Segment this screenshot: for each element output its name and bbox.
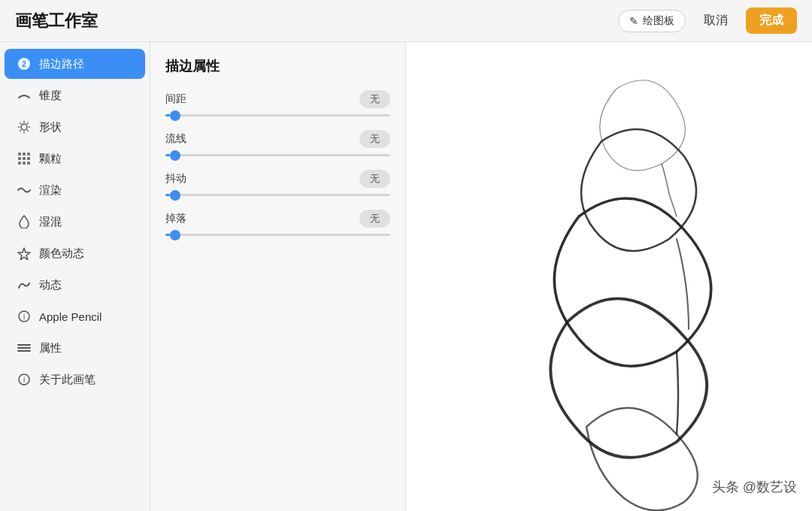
slider-track-jitter[interactable] [165, 194, 390, 196]
sidebar-icon-about: i [17, 372, 32, 387]
sidebar-item-stroke-path[interactable]: 2描边路径 [5, 49, 145, 79]
sidebar-icon-color-dynamics [17, 246, 32, 261]
slider-track-fall-off[interactable] [165, 234, 390, 236]
slider-track-spacing[interactable] [165, 114, 390, 116]
svg-rect-4 [23, 153, 26, 156]
top-bar-right: ✎ 绘图板 取消 完成 [618, 8, 797, 34]
attr-row-jitter: 抖动无 [165, 170, 390, 196]
sidebar: 2描边路径锥度形状颗粒渲染湿混颜色动态动态iApple Pencil属性i关于此… [0, 42, 150, 511]
sidebar-label-taper: 锥度 [39, 89, 62, 103]
sidebar-icon-apple-pencil: i [17, 309, 32, 324]
attr-row-fall-off: 掉落无 [165, 210, 390, 236]
sidebar-label-render: 渲染 [39, 183, 62, 198]
svg-text:i: i [23, 376, 25, 384]
svg-point-2 [21, 124, 27, 130]
sidebar-label-about: 关于此画笔 [39, 373, 95, 387]
svg-rect-5 [27, 153, 30, 156]
sidebar-icon-taper [17, 88, 32, 103]
middle-panel: 描边属性 间距无流线无抖动无掉落无 [150, 42, 406, 511]
sidebar-icon-wet-mix [17, 214, 32, 229]
svg-rect-7 [23, 157, 26, 160]
sidebar-icon-shape [17, 119, 32, 135]
svg-text:2: 2 [22, 60, 26, 68]
sidebar-label-properties: 属性 [39, 341, 62, 355]
slider-thumb-fall-off[interactable] [170, 230, 180, 240]
slider-thumb-streamline[interactable] [170, 150, 180, 161]
sidebar-item-taper[interactable]: 锥度 [5, 80, 145, 110]
sidebar-item-color-dynamics[interactable]: 颜色动态 [5, 238, 145, 268]
done-button[interactable]: 完成 [746, 8, 797, 34]
svg-rect-9 [18, 162, 21, 165]
attr-label-streamline: 流线 [165, 132, 186, 146]
top-bar: 画笔工作室 ✎ 绘图板 取消 完成 [0, 0, 812, 42]
sidebar-label-stroke-path: 描边路径 [39, 57, 84, 71]
canvas-svg [406, 42, 812, 511]
svg-rect-8 [27, 157, 30, 160]
attr-value-jitter: 无 [359, 170, 390, 188]
sidebar-label-grain: 颗粒 [39, 152, 62, 166]
watermark: 头条 @数艺设 [712, 478, 797, 496]
attr-value-streamline: 无 [359, 130, 390, 148]
attr-label-jitter: 抖动 [165, 172, 186, 186]
attr-label-fall-off: 掉落 [165, 212, 186, 225]
sidebar-item-apple-pencil[interactable]: iApple Pencil [5, 301, 145, 331]
attr-row-streamline: 流线无 [165, 130, 390, 156]
sidebar-item-about[interactable]: i关于此画笔 [5, 364, 145, 395]
panel-title: 描边属性 [165, 57, 390, 75]
drawing-board-icon: ✎ [629, 15, 638, 27]
sidebar-label-shape: 形状 [39, 120, 62, 135]
main-layout: 2描边路径锥度形状颗粒渲染湿混颜色动态动态iApple Pencil属性i关于此… [0, 42, 812, 511]
cancel-button[interactable]: 取消 [695, 8, 737, 33]
sidebar-item-wet-mix[interactable]: 湿混 [5, 207, 145, 237]
canvas-area[interactable]: 头条 @数艺设 [406, 42, 812, 511]
sidebar-icon-stroke-path: 2 [17, 56, 32, 71]
attr-row-spacing: 间距无 [165, 90, 390, 116]
sidebar-item-grain[interactable]: 颗粒 [5, 144, 145, 174]
drawing-board-label: 绘图板 [643, 14, 674, 28]
sidebar-icon-properties [17, 340, 32, 355]
sidebar-item-properties[interactable]: 属性 [5, 333, 145, 363]
sidebar-icon-dynamics [17, 277, 32, 292]
app-title: 画笔工作室 [15, 10, 98, 32]
sidebar-label-apple-pencil: Apple Pencil [39, 310, 102, 323]
slider-track-streamline[interactable] [165, 154, 390, 156]
sidebar-label-wet-mix: 湿混 [39, 215, 62, 229]
svg-rect-10 [23, 162, 26, 165]
sidebar-icon-grain [17, 151, 32, 166]
slider-thumb-jitter[interactable] [170, 190, 180, 201]
svg-rect-3 [18, 153, 21, 156]
attr-label-spacing: 间距 [165, 92, 186, 106]
sidebar-icon-render [17, 183, 32, 198]
sidebar-item-dynamics[interactable]: 动态 [5, 270, 145, 300]
slider-thumb-spacing[interactable] [170, 110, 180, 121]
svg-rect-6 [18, 157, 21, 160]
drawing-board-button[interactable]: ✎ 绘图板 [618, 10, 686, 32]
attr-value-fall-off: 无 [359, 210, 390, 228]
sidebar-label-color-dynamics: 颜色动态 [39, 246, 84, 261]
svg-rect-11 [27, 162, 30, 165]
sidebar-item-render[interactable]: 渲染 [5, 175, 145, 205]
svg-text:i: i [23, 313, 25, 321]
sidebar-label-dynamics: 动态 [39, 278, 62, 292]
sidebar-item-shape[interactable]: 形状 [5, 112, 145, 142]
attr-value-spacing: 无 [359, 90, 390, 108]
